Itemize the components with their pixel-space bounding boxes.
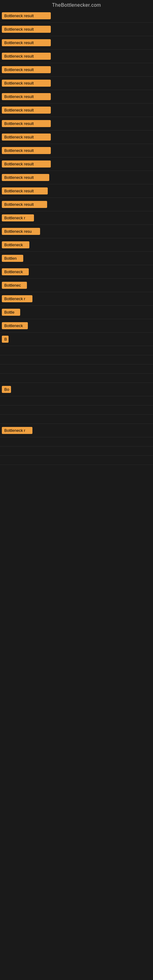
bottleneck-result-badge[interactable]: Bottleneck r — [2, 427, 32, 434]
list-item — [0, 396, 153, 406]
list-item: Bottleneck result — [0, 144, 153, 158]
bottleneck-result-badge[interactable]: Bottleneck result — [2, 93, 51, 100]
bottleneck-result-badge[interactable]: Bottleneck result — [2, 26, 51, 33]
bottleneck-result-badge[interactable]: Bottleneck result — [2, 12, 51, 19]
bottleneck-result-badge[interactable]: Bottleneck result — [2, 147, 51, 154]
bottleneck-result-badge[interactable]: Bottleneck result — [2, 120, 51, 127]
bottleneck-result-badge[interactable]: Bottleneck — [2, 241, 29, 248]
list-item — [0, 346, 153, 355]
list-item: Bottleneck result — [0, 36, 153, 49]
list-item: Bottleneck result — [0, 103, 153, 117]
bottleneck-result-badge[interactable]: Bottleneck result — [2, 201, 47, 208]
bottleneck-result-badge[interactable]: Bottleneck — [2, 268, 29, 275]
list-item: Bottle — [0, 305, 153, 319]
list-item: Bottleneck result — [0, 63, 153, 76]
list-item — [0, 447, 153, 456]
bottleneck-result-badge[interactable]: Bottleneck result — [2, 174, 49, 181]
list-item — [0, 406, 153, 415]
list-item: Bottleneck result — [0, 76, 153, 90]
bottleneck-result-badge[interactable]: Bottleneck r — [2, 295, 32, 302]
list-item: Bottleneck result — [0, 171, 153, 185]
site-title: TheBottlenecker.com — [0, 0, 153, 9]
list-item: Bottleneck — [0, 319, 153, 332]
list-item: Bottleneck result — [0, 130, 153, 144]
list-item: Bottleneck result — [0, 90, 153, 103]
list-item: Bottleneck — [0, 265, 153, 279]
bottleneck-result-badge[interactable]: Bottleneck result — [2, 52, 51, 60]
bottleneck-result-badge[interactable]: Bottleneck result — [2, 134, 51, 140]
bottleneck-result-badge[interactable]: Bottleneck result — [2, 66, 51, 73]
list-item: Bottleneck result — [0, 9, 153, 23]
list-item: Bottleneck result — [0, 23, 153, 36]
list-item: Bottleneck result — [0, 185, 153, 198]
bottleneck-result-badge[interactable]: Bottle — [2, 309, 20, 316]
bottleneck-result-badge[interactable]: Bottlen — [2, 255, 23, 262]
list-item — [0, 374, 153, 383]
bottleneck-result-badge[interactable]: Bottleneck result — [2, 39, 51, 46]
list-item — [0, 415, 153, 424]
bottleneck-result-badge[interactable]: Bo — [2, 386, 11, 393]
list-item: Bottleneck result — [0, 198, 153, 211]
list-item: Bottleneck result — [0, 49, 153, 63]
list-item — [0, 438, 153, 447]
bottleneck-result-badge[interactable]: Bottleneck resu — [2, 228, 40, 235]
list-item — [0, 355, 153, 364]
list-item: Bottleneck — [0, 238, 153, 252]
bottleneck-result-badge[interactable]: Bottleneck r — [2, 215, 34, 221]
bottleneck-result-badge[interactable]: Bottlenec — [2, 282, 27, 289]
list-item: B — [0, 332, 153, 346]
bottleneck-result-badge[interactable]: Bottleneck result — [2, 80, 51, 87]
list-item: Bottleneck r — [0, 424, 153, 438]
list-item — [0, 364, 153, 374]
list-item: Bottlen — [0, 252, 153, 265]
list-item: Bo — [0, 383, 153, 396]
bottleneck-result-badge[interactable]: B — [2, 336, 9, 343]
list-item: Bottleneck result — [0, 117, 153, 130]
list-item: Bottleneck r — [0, 211, 153, 225]
list-item: Bottleneck r — [0, 292, 153, 305]
bottleneck-result-badge[interactable]: Bottleneck result — [2, 188, 48, 194]
list-item: Bottleneck result — [0, 158, 153, 171]
bottleneck-result-badge[interactable]: Bottleneck — [2, 322, 28, 329]
list-item: Bottleneck resu — [0, 225, 153, 238]
list-item — [0, 456, 153, 465]
bottleneck-result-badge[interactable]: Bottleneck result — [2, 161, 51, 167]
list-item: Bottlenec — [0, 279, 153, 292]
bottleneck-result-badge[interactable]: Bottleneck result — [2, 107, 51, 114]
